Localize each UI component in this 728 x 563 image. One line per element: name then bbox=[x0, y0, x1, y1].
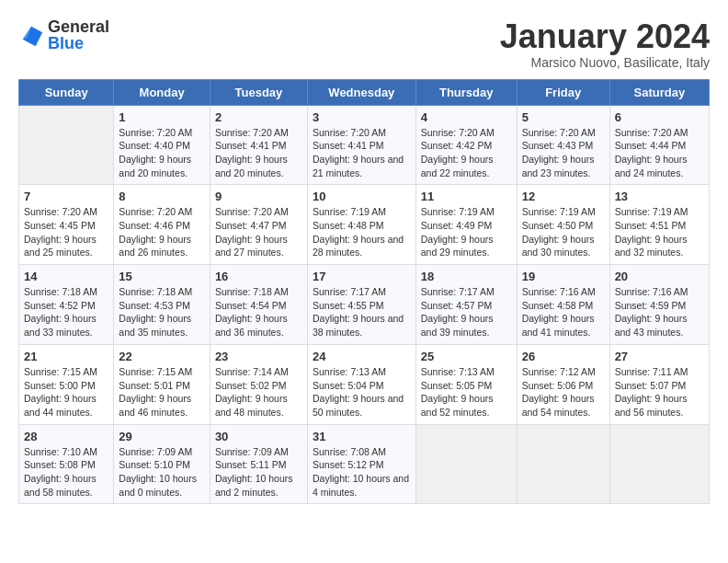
daylight-text: Daylight: 9 hours and 29 minutes. bbox=[421, 234, 494, 259]
day-info: Sunrise: 7:20 AMSunset: 4:45 PMDaylight:… bbox=[24, 205, 108, 259]
day-info: Sunrise: 7:20 AMSunset: 4:46 PMDaylight:… bbox=[119, 205, 205, 259]
sunset-text: Sunset: 4:55 PM bbox=[313, 300, 384, 311]
sunrise-text: Sunrise: 7:19 AM bbox=[615, 206, 688, 217]
daylight-text: Daylight: 9 hours and 44 minutes. bbox=[24, 393, 97, 418]
location-subtitle: Marsico Nuovo, Basilicate, Italy bbox=[500, 55, 710, 70]
day-cell: 13Sunrise: 7:19 AMSunset: 4:51 PMDayligh… bbox=[609, 185, 709, 265]
day-info: Sunrise: 7:19 AMSunset: 4:49 PMDaylight:… bbox=[421, 205, 512, 259]
daylight-text: Daylight: 9 hours and 48 minutes. bbox=[215, 393, 288, 418]
day-cell: 9Sunrise: 7:20 AMSunset: 4:47 PMDaylight… bbox=[210, 185, 307, 265]
day-cell bbox=[19, 105, 114, 185]
page-header: General Blue January 2024 Marsico Nuovo,… bbox=[18, 18, 710, 70]
sunrise-text: Sunrise: 7:20 AM bbox=[215, 206, 289, 217]
day-cell: 4Sunrise: 7:20 AMSunset: 4:42 PMDaylight… bbox=[415, 105, 517, 185]
sunset-text: Sunset: 5:06 PM bbox=[522, 380, 594, 391]
day-info: Sunrise: 7:18 AMSunset: 4:52 PMDaylight:… bbox=[24, 285, 108, 339]
day-cell bbox=[609, 424, 709, 504]
sunrise-text: Sunrise: 7:11 AM bbox=[615, 366, 688, 377]
sunset-text: Sunset: 5:07 PM bbox=[615, 380, 687, 391]
header-day-monday: Monday bbox=[114, 79, 210, 105]
day-info: Sunrise: 7:20 AMSunset: 4:40 PMDaylight:… bbox=[119, 126, 205, 180]
week-row-2: 7Sunrise: 7:20 AMSunset: 4:45 PMDaylight… bbox=[19, 185, 710, 265]
day-info: Sunrise: 7:15 AMSunset: 5:00 PMDaylight:… bbox=[24, 365, 108, 419]
day-cell: 8Sunrise: 7:20 AMSunset: 4:46 PMDaylight… bbox=[114, 185, 210, 265]
sunset-text: Sunset: 5:04 PM bbox=[313, 380, 384, 391]
sunrise-text: Sunrise: 7:13 AM bbox=[313, 366, 386, 377]
day-info: Sunrise: 7:11 AMSunset: 5:07 PMDaylight:… bbox=[615, 365, 704, 419]
day-number: 28 bbox=[24, 430, 108, 443]
daylight-text: Daylight: 9 hours and 52 minutes. bbox=[421, 393, 494, 418]
sunset-text: Sunset: 5:01 PM bbox=[119, 380, 190, 391]
daylight-text: Daylight: 10 hours and 0 minutes. bbox=[119, 473, 197, 498]
sunset-text: Sunset: 4:41 PM bbox=[313, 140, 384, 151]
daylight-text: Daylight: 9 hours and 26 minutes. bbox=[119, 234, 191, 259]
sunset-text: Sunset: 4:52 PM bbox=[24, 300, 96, 311]
day-info: Sunrise: 7:20 AMSunset: 4:44 PMDaylight:… bbox=[615, 126, 704, 180]
sunrise-text: Sunrise: 7:19 AM bbox=[421, 206, 495, 217]
logo: General Blue bbox=[18, 18, 109, 52]
daylight-text: Daylight: 9 hours and 32 minutes. bbox=[615, 234, 688, 259]
daylight-text: Daylight: 9 hours and 54 minutes. bbox=[522, 393, 595, 418]
day-info: Sunrise: 7:08 AMSunset: 5:12 PMDaylight:… bbox=[313, 445, 411, 500]
day-cell: 31Sunrise: 7:08 AMSunset: 5:12 PMDayligh… bbox=[307, 424, 415, 504]
day-cell: 28Sunrise: 7:10 AMSunset: 5:08 PMDayligh… bbox=[19, 424, 114, 504]
day-cell: 11Sunrise: 7:19 AMSunset: 4:49 PMDayligh… bbox=[415, 185, 517, 265]
sunrise-text: Sunrise: 7:18 AM bbox=[215, 286, 289, 297]
day-cell: 6Sunrise: 7:20 AMSunset: 4:44 PMDaylight… bbox=[609, 105, 709, 185]
day-cell: 24Sunrise: 7:13 AMSunset: 5:04 PMDayligh… bbox=[307, 344, 415, 424]
day-info: Sunrise: 7:18 AMSunset: 4:54 PMDaylight:… bbox=[215, 285, 302, 339]
month-title: January 2024 bbox=[500, 18, 710, 55]
calendar-table: SundayMondayTuesdayWednesdayThursdayFrid… bbox=[18, 79, 710, 505]
sunrise-text: Sunrise: 7:19 AM bbox=[313, 206, 386, 217]
day-cell: 29Sunrise: 7:09 AMSunset: 5:10 PMDayligh… bbox=[114, 424, 210, 504]
sunset-text: Sunset: 4:47 PM bbox=[215, 220, 287, 231]
sunset-text: Sunset: 4:40 PM bbox=[119, 140, 190, 151]
sunset-text: Sunset: 4:51 PM bbox=[615, 220, 687, 231]
daylight-text: Daylight: 9 hours and 22 minutes. bbox=[421, 154, 494, 178]
day-number: 16 bbox=[215, 270, 302, 283]
day-cell: 10Sunrise: 7:19 AMSunset: 4:48 PMDayligh… bbox=[307, 185, 415, 265]
daylight-text: Daylight: 9 hours and 58 minutes. bbox=[24, 473, 97, 498]
sunset-text: Sunset: 5:05 PM bbox=[421, 380, 493, 391]
day-number: 15 bbox=[119, 270, 205, 283]
day-number: 12 bbox=[522, 190, 605, 203]
daylight-text: Daylight: 10 hours and 4 minutes. bbox=[313, 473, 409, 498]
sunrise-text: Sunrise: 7:15 AM bbox=[119, 366, 192, 377]
day-info: Sunrise: 7:09 AMSunset: 5:11 PMDaylight:… bbox=[215, 445, 302, 500]
sunrise-text: Sunrise: 7:16 AM bbox=[522, 286, 596, 297]
logo-general-text: General bbox=[48, 18, 109, 35]
logo-icon bbox=[18, 22, 44, 48]
day-cell: 30Sunrise: 7:09 AMSunset: 5:11 PMDayligh… bbox=[210, 424, 307, 504]
day-info: Sunrise: 7:19 AMSunset: 4:50 PMDaylight:… bbox=[522, 205, 605, 259]
day-info: Sunrise: 7:19 AMSunset: 4:51 PMDaylight:… bbox=[615, 205, 704, 259]
week-row-4: 21Sunrise: 7:15 AMSunset: 5:00 PMDayligh… bbox=[19, 344, 710, 424]
day-number: 7 bbox=[24, 190, 108, 203]
daylight-text: Daylight: 9 hours and 38 minutes. bbox=[313, 313, 404, 338]
day-number: 10 bbox=[313, 190, 411, 203]
daylight-text: Daylight: 9 hours and 33 minutes. bbox=[24, 313, 97, 338]
header-day-friday: Friday bbox=[517, 79, 609, 105]
day-cell bbox=[415, 424, 517, 504]
day-cell: 3Sunrise: 7:20 AMSunset: 4:41 PMDaylight… bbox=[307, 105, 415, 185]
sunrise-text: Sunrise: 7:12 AM bbox=[522, 366, 596, 377]
day-number: 22 bbox=[119, 350, 205, 363]
sunset-text: Sunset: 4:50 PM bbox=[522, 220, 594, 231]
sunset-text: Sunset: 4:59 PM bbox=[615, 300, 687, 311]
daylight-text: Daylight: 9 hours and 43 minutes. bbox=[615, 313, 688, 338]
day-cell: 7Sunrise: 7:20 AMSunset: 4:45 PMDaylight… bbox=[19, 185, 114, 265]
day-number: 25 bbox=[421, 350, 512, 363]
day-cell: 23Sunrise: 7:14 AMSunset: 5:02 PMDayligh… bbox=[210, 344, 307, 424]
day-number: 29 bbox=[119, 430, 205, 443]
day-cell: 18Sunrise: 7:17 AMSunset: 4:57 PMDayligh… bbox=[415, 265, 517, 345]
daylight-text: Daylight: 9 hours and 36 minutes. bbox=[215, 313, 288, 338]
day-cell: 5Sunrise: 7:20 AMSunset: 4:43 PMDaylight… bbox=[517, 105, 609, 185]
day-number: 26 bbox=[522, 350, 605, 363]
day-number: 2 bbox=[215, 110, 302, 124]
sunset-text: Sunset: 4:54 PM bbox=[215, 300, 287, 311]
daylight-text: Daylight: 9 hours and 39 minutes. bbox=[421, 313, 494, 338]
header-day-sunday: Sunday bbox=[19, 79, 114, 105]
sunset-text: Sunset: 4:43 PM bbox=[522, 140, 594, 151]
day-info: Sunrise: 7:17 AMSunset: 4:55 PMDaylight:… bbox=[313, 285, 411, 339]
sunrise-text: Sunrise: 7:20 AM bbox=[119, 127, 192, 138]
day-info: Sunrise: 7:14 AMSunset: 5:02 PMDaylight:… bbox=[215, 365, 302, 419]
